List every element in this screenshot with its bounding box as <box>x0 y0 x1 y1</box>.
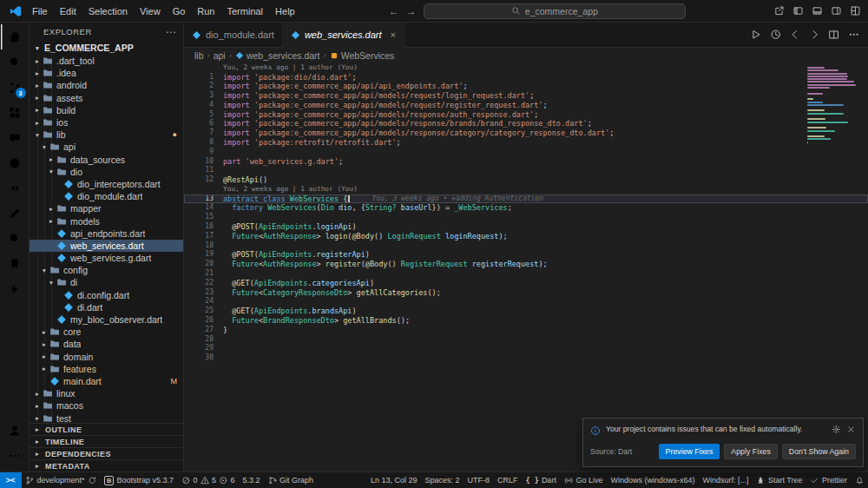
toggle-sidebar-icon[interactable] <box>792 5 804 16</box>
history-icon[interactable] <box>770 29 782 41</box>
don-t-show-again-button[interactable]: Don't Show Again <box>782 444 856 459</box>
tree-item-lib[interactable]: ▾lib● <box>30 129 183 141</box>
activity-search[interactable] <box>1 49 29 75</box>
nav-back-icon[interactable] <box>789 29 801 41</box>
tree-item-config[interactable]: ▾config <box>30 264 183 276</box>
activity-source-control[interactable]: 3 <box>1 75 29 100</box>
tree-item-web_services.g.dart[interactable]: web_services.g.dart <box>30 252 183 264</box>
tree-item-my_bloc_observer.dart[interactable]: my_bloc_observer.dart <box>30 313 183 326</box>
tree-item-di.dart[interactable]: di.dart <box>30 301 183 313</box>
section-outline[interactable]: ▸OUTLINE <box>30 423 183 435</box>
tree-item-models[interactable]: ▸models <box>30 214 183 227</box>
activity-bookmark[interactable] <box>1 251 29 276</box>
breadcrumb-item-WebServices[interactable]: WebServices <box>330 50 395 61</box>
split-editor-icon[interactable] <box>828 29 840 41</box>
preview-fixes-button[interactable]: Preview Fixes <box>659 444 720 459</box>
tree-item-dio_interceptors.dart[interactable]: dio_interceptors.dart <box>30 178 183 190</box>
tab-web_services.dart[interactable]: web_services.dart× <box>283 23 404 48</box>
activity-more[interactable] <box>1 443 29 468</box>
minimap[interactable] <box>804 64 866 155</box>
menu-run[interactable]: Run <box>191 3 220 19</box>
tree-item-web_services.dart[interactable]: web_services.dart <box>30 240 183 252</box>
command-center-search[interactable]: e_commerce_app <box>424 3 686 19</box>
tree-item-linux[interactable]: ▸linux <box>30 387 183 399</box>
activity-extensions[interactable] <box>1 100 29 125</box>
menu-terminal[interactable]: Terminal <box>221 3 270 19</box>
tree-item-assets[interactable]: ▸assets <box>30 92 183 104</box>
menu-view[interactable]: View <box>134 3 167 19</box>
tree-item-main.dart[interactable]: main.dartM <box>30 375 183 387</box>
menu-go[interactable]: Go <box>167 3 192 19</box>
status-windsurf[interactable]: Windsurf: [...] <box>699 472 753 488</box>
close-icon[interactable] <box>846 425 856 434</box>
activity-edit[interactable] <box>1 201 29 226</box>
status-problems[interactable]: 056 <box>178 472 240 488</box>
open-external-icon[interactable] <box>773 5 785 16</box>
activity-zoom[interactable] <box>1 226 29 251</box>
history-back-icon[interactable]: ← <box>389 5 399 17</box>
status-start-tree[interactable]: Start Tree <box>753 472 806 488</box>
codelens[interactable]: You, 2 weeks ago | 1 author (You) <box>223 185 868 195</box>
toggle-secondary-sidebar-icon[interactable] <box>831 5 842 16</box>
activity-history[interactable] <box>1 150 29 175</box>
gear-icon[interactable] <box>832 425 841 434</box>
history-forward-icon[interactable]: → <box>406 5 417 17</box>
status-encoding[interactable]: UTF-8 <box>464 472 494 488</box>
activity-account[interactable] <box>1 418 29 443</box>
status-git-graph[interactable]: Git Graph <box>264 472 318 488</box>
code-editor[interactable]: You, 2 weeks ago | 1 author (You)1import… <box>184 63 868 472</box>
customize-layout-icon[interactable] <box>850 5 861 16</box>
status-bootstrap-version[interactable]: BBootstrap v5.3.7 <box>101 472 178 488</box>
tree-item-di[interactable]: ▾di <box>30 276 183 288</box>
breadcrumb-item-api[interactable]: api <box>214 50 226 61</box>
breadcrumb-item-web_services.dart[interactable]: web_services.dart <box>235 50 320 61</box>
section-metadata[interactable]: ▸METADATA <box>30 459 183 472</box>
tree-item-mapper[interactable]: ▸mapper <box>30 202 183 214</box>
section-dependencies[interactable]: ▸DEPENDENCIES <box>30 447 183 459</box>
codelens[interactable]: You, 2 weeks ago | 1 author (You) <box>223 63 868 73</box>
activity-explorer[interactable] <box>1 24 29 49</box>
tree-item-macos[interactable]: ▸macos <box>30 399 183 412</box>
tree-item-data[interactable]: ▸data <box>30 338 183 350</box>
run-icon[interactable] <box>750 29 762 41</box>
status-notifications-bell[interactable] <box>852 472 868 488</box>
tree-item-domain[interactable]: ▸domain <box>30 351 183 363</box>
menu-file[interactable]: File <box>26 3 54 19</box>
explorer-more-actions-icon[interactable]: ⋯ <box>166 26 177 38</box>
tree-item-api_endpoints.dart[interactable]: api_endpoints.dart <box>30 228 183 240</box>
nav-forward-icon[interactable] <box>809 29 821 41</box>
tree-item-build[interactable]: ▸build <box>30 104 183 116</box>
status-remote-indicator[interactable]: >< <box>0 472 22 488</box>
tree-item-ios[interactable]: ▸ios <box>30 116 183 129</box>
tree-item-dio_module.dart[interactable]: dio_module.dart <box>30 190 183 202</box>
tree-item-data_sources[interactable]: ▸data_sources <box>30 154 183 166</box>
tree-item-di.config.dart[interactable]: di.config.dart <box>30 289 183 301</box>
status-platform[interactable]: Windows (windows-x64) <box>607 472 699 488</box>
apply-fixes-button[interactable]: Apply Fixes <box>724 444 777 459</box>
status-eol[interactable]: CRLF <box>494 472 523 488</box>
status-sdk-version[interactable]: 5.3.2 <box>239 472 264 488</box>
menu-edit[interactable]: Edit <box>54 3 82 19</box>
activity-collapse[interactable] <box>1 175 29 201</box>
status-indentation[interactable]: Spaces: 2 <box>421 472 464 488</box>
tree-item-features[interactable]: ▸features <box>30 363 183 375</box>
tree-item-api[interactable]: ▾api <box>30 141 183 153</box>
root-folder-row[interactable]: ▾ E_COMMERCE_APP <box>30 41 183 55</box>
tree-item-.idea[interactable]: ▸.idea <box>30 67 183 79</box>
status-go-live[interactable]: Go Live <box>560 472 607 488</box>
tree-item-core[interactable]: ▸core <box>30 326 183 338</box>
tree-item-test[interactable]: ▸test <box>30 412 183 423</box>
toggle-panel-icon[interactable] <box>812 5 823 16</box>
menu-help[interactable]: Help <box>269 3 301 19</box>
breadcrumb-item-lib[interactable]: lib <box>194 50 204 61</box>
status-cursor-position[interactable]: Ln 13, Col 29 <box>366 472 421 488</box>
tree-item-.dart_tool[interactable]: ▸.dart_tool <box>30 55 183 67</box>
activity-zap[interactable] <box>1 276 29 301</box>
more-icon[interactable] <box>848 29 860 41</box>
activity-chat[interactable] <box>1 125 29 150</box>
tree-item-dio[interactable]: ▾dio <box>30 166 183 178</box>
menu-selection[interactable]: Selection <box>82 3 134 19</box>
status-language-mode[interactable]: { }Dart <box>522 472 560 488</box>
status-git-branch[interactable]: development* <box>22 472 101 488</box>
tab-dio_module.dart[interactable]: dio_module.dart <box>184 23 283 47</box>
